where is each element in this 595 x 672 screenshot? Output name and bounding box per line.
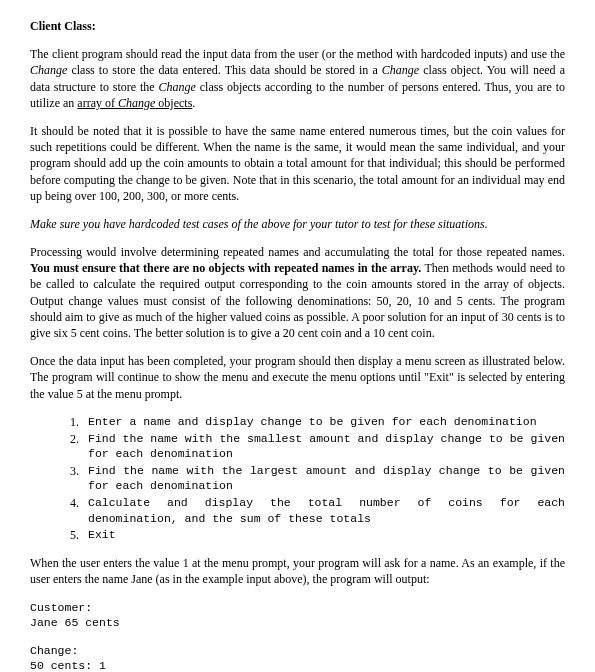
menu-item-text: Find the name with the largest amount an… [88, 463, 565, 494]
menu-item-number: 4. [70, 495, 88, 526]
change-class-name: Change [30, 63, 67, 77]
text: this should be performed [441, 156, 565, 170]
text: . [192, 96, 195, 110]
text: objects [155, 96, 192, 110]
menu-list: 1.Enter a name and display change to be … [70, 414, 565, 543]
menu-item-text: Calculate and display the total number o… [88, 495, 565, 526]
menu-item: 5.Exit [70, 527, 565, 543]
paragraph-repeated-names: It should be noted that it is possible t… [30, 123, 565, 204]
text: display [358, 354, 393, 368]
text: The client program should read the [30, 47, 203, 61]
text: It should be noted that it is possible t… [30, 124, 453, 138]
change-class-name: Change [118, 96, 155, 110]
menu-item: 2.Find the name with the smallest amount… [70, 431, 565, 462]
menu-item-number: 2. [70, 431, 88, 462]
paragraph-client-intro: The client program should read the input… [30, 46, 565, 111]
output-change: Change: 50 cents: 1 10 cents: 1 5 cents:… [30, 643, 565, 672]
text: Once the data input has been completed, … [30, 354, 358, 368]
change-class-name: Change [159, 80, 196, 94]
menu-item-number: 1. [70, 414, 88, 430]
text: array of [77, 96, 118, 110]
section-heading: Client Class: [30, 18, 565, 34]
menu-item-number: 5. [70, 527, 88, 543]
menu-item: 4.Calculate and display the total number… [70, 495, 565, 526]
paragraph-menu-intro: Once the data input has been completed, … [30, 353, 565, 402]
menu-item-text: Exit [88, 527, 565, 543]
text: input data from the user (or the method … [203, 47, 565, 61]
menu-item-number: 3. [70, 463, 88, 494]
menu-item-text: Find the name with the smallest amount a… [88, 431, 565, 462]
array-of-change-text: array of Change objects [77, 96, 192, 110]
output-customer: Customer: Jane 65 cents [30, 600, 565, 631]
menu-item: 3.Find the name with the largest amount … [70, 463, 565, 494]
paragraph-processing: Processing would involve determining rep… [30, 244, 565, 341]
change-class-name: Change [382, 63, 419, 77]
text-bold: You must ensure that there are no object… [30, 261, 421, 275]
menu-item-text: Enter a name and display change to be gi… [88, 414, 565, 430]
paragraph-example-intro: When the user enters the value 1 at the … [30, 555, 565, 587]
text: Processing would involve determining rep… [30, 245, 565, 259]
text: Output change values must consist of the… [30, 294, 565, 340]
menu-item: 1.Enter a name and display change to be … [70, 414, 565, 430]
text: before computing the change to be given.… [30, 173, 565, 203]
paragraph-hardcoded-note: Make sure you have hardcoded test cases … [30, 216, 565, 232]
text: class to store the data entered. [67, 63, 220, 77]
text: This data should be stored in a [221, 63, 382, 77]
